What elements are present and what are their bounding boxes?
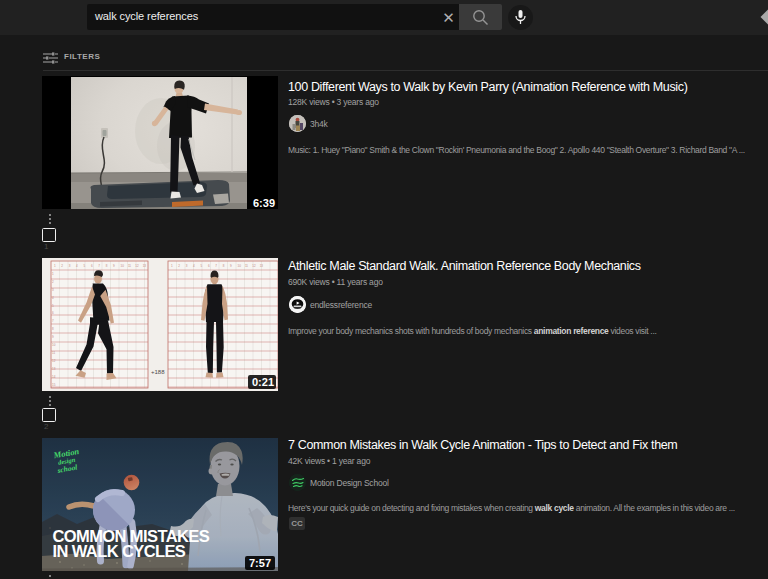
- svg-text:+188: +188: [151, 369, 165, 375]
- svg-text:15: 15: [52, 383, 56, 387]
- svg-text:12: 12: [52, 359, 56, 363]
- svg-text:IN WALK CYCLES: IN WALK CYCLES: [53, 542, 186, 560]
- svg-text:13: 13: [52, 367, 56, 371]
- svg-text:6:39: 6:39: [253, 197, 275, 209]
- svg-text:14: 14: [52, 375, 56, 379]
- svg-text:10: 10: [52, 343, 56, 347]
- svg-text:7:57: 7:57: [249, 557, 271, 569]
- svg-text:11: 11: [52, 351, 55, 355]
- svg-text:0:21: 0:21: [252, 376, 274, 388]
